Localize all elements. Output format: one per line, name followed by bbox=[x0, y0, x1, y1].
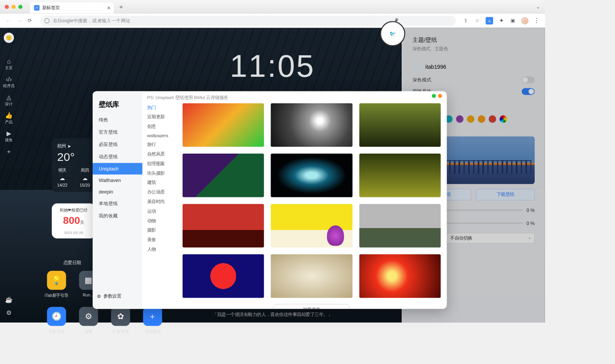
wallpaper-thumb[interactable] bbox=[271, 204, 352, 248]
wallpaper-thumb[interactable] bbox=[359, 204, 440, 248]
tag-recent[interactable]: 近期更新 bbox=[145, 113, 173, 121]
shortcut-add[interactable]: ＋添加图标 bbox=[141, 307, 164, 334]
rail-item-product[interactable]: 👍产品 bbox=[2, 110, 15, 126]
forward-icon[interactable]: → bbox=[16, 17, 23, 24]
mask-slider[interactable] bbox=[435, 210, 523, 211]
tab-overflow-icon[interactable]: ⌄ bbox=[536, 4, 540, 9]
browser-tab[interactable]: A 新标签页 ✕ bbox=[30, 2, 114, 13]
bookmark-icon[interactable]: ☆ bbox=[474, 17, 481, 24]
weather-city: 杭州 bbox=[57, 143, 66, 149]
tag-travel[interactable]: 旅行 bbox=[145, 141, 173, 149]
modal-dot-orange[interactable] bbox=[438, 94, 442, 98]
modal-title: 壁纸库 bbox=[93, 100, 142, 114]
cat-local[interactable]: 本地壁纸 bbox=[93, 198, 142, 210]
back-icon[interactable]: ← bbox=[5, 17, 12, 24]
cat-solid[interactable]: 纯色 bbox=[93, 114, 142, 126]
tag-office[interactable]: 办公场景 bbox=[145, 188, 173, 196]
dark-mode-toggle[interactable] bbox=[522, 76, 535, 83]
color-swatch[interactable] bbox=[467, 115, 474, 122]
wallpaper-thumb[interactable] bbox=[359, 154, 440, 197]
close-window-button[interactable] bbox=[5, 5, 9, 9]
shortcut-history[interactable]: 🕘历史记录 bbox=[45, 307, 68, 334]
wallpaper-thumb[interactable] bbox=[271, 103, 352, 147]
footer-quote: 「我是一个很没有毅力的人，喜欢你这件事我却爱了三年。」 bbox=[213, 312, 332, 318]
wallpaper-thumb[interactable] bbox=[359, 103, 440, 147]
lightbulb-icon: 💡 bbox=[47, 271, 66, 290]
rail-item-home[interactable]: ⌂主页 bbox=[2, 56, 15, 72]
wallpaper-thumb[interactable] bbox=[183, 103, 264, 147]
weather-widget[interactable]: 杭州➤ 20° 明天☁14/22 周四☁15/20 bbox=[52, 138, 95, 192]
wallpaper-thumb[interactable] bbox=[359, 255, 440, 298]
reload-icon[interactable]: ⟳ bbox=[27, 17, 33, 24]
profile-avatar[interactable] bbox=[521, 17, 529, 24]
wallpaper-grid[interactable]: 加载更多 bbox=[176, 91, 447, 309]
color-swatch[interactable] bbox=[489, 115, 496, 122]
close-panel-icon[interactable]: ✕ bbox=[390, 31, 397, 40]
load-more-button[interactable]: 加载更多 bbox=[273, 304, 351, 309]
follow-system-toggle[interactable] bbox=[522, 88, 535, 95]
tag-people[interactable]: 人物 bbox=[145, 245, 173, 253]
tab-favicon: A bbox=[34, 5, 40, 10]
love-label: 恋爱日期 bbox=[63, 260, 81, 266]
share-icon[interactable]: ⇪ bbox=[462, 17, 469, 24]
gear-icon[interactable]: ⚙ bbox=[6, 309, 12, 316]
wallpaper-thumb[interactable] bbox=[271, 154, 352, 197]
color-swatch[interactable] bbox=[478, 115, 485, 122]
shortcut-extensions[interactable]: ✿扩展管理 bbox=[109, 307, 132, 334]
thumb-icon: 👍 bbox=[5, 112, 12, 119]
wallpaper-thumb[interactable] bbox=[271, 255, 352, 298]
cat-official[interactable]: 官方壁纸 bbox=[93, 126, 142, 139]
rail-add[interactable]: ＋ bbox=[2, 146, 15, 157]
sidepanel-icon[interactable]: ▣ bbox=[509, 17, 516, 24]
puzzle-icon: ✿ bbox=[111, 307, 130, 326]
modal-settings-button[interactable]: ⚙参数设置 bbox=[93, 288, 142, 304]
cat-unsplash[interactable]: Unsplash bbox=[93, 163, 142, 174]
menu-icon[interactable]: ⋮ bbox=[533, 17, 540, 24]
tag-creative[interactable]: 创意 bbox=[145, 122, 173, 131]
tag-sport[interactable]: 运动 bbox=[145, 207, 173, 215]
new-tab-button[interactable]: ＋ bbox=[116, 2, 126, 12]
minimize-window-button[interactable] bbox=[12, 5, 16, 9]
tag-wallpapers[interactable]: wallpapers bbox=[145, 132, 173, 139]
download-wallpaper-button[interactable]: 下载壁纸 bbox=[476, 189, 535, 200]
tag-photo[interactable]: 摄影 bbox=[145, 226, 173, 234]
cat-dynamic[interactable]: 动态壁纸 bbox=[93, 151, 142, 163]
extensions-icon[interactable]: ✦ bbox=[498, 17, 505, 24]
modal-dot-green[interactable] bbox=[432, 94, 436, 98]
rail-item-relax[interactable]: ▶摸鱼 bbox=[2, 128, 15, 144]
tag-street[interactable]: 街头摄影 bbox=[145, 169, 173, 177]
tag-nature[interactable]: 自然风景 bbox=[145, 150, 173, 158]
clock: 11:05 bbox=[230, 48, 315, 84]
cloud-icon: ☁ bbox=[57, 175, 68, 181]
cat-bing[interactable]: 必应壁纸 bbox=[93, 139, 142, 151]
close-tab-icon[interactable]: ✕ bbox=[107, 5, 111, 10]
shortcut-settings[interactable]: ⚙设置 bbox=[77, 307, 100, 334]
tag-texture[interactable]: 纹理图案 bbox=[145, 160, 173, 168]
location-icon: ➤ bbox=[67, 143, 71, 148]
love-widget[interactable]: 和她❤相爱已经 800天 2021-02-28 bbox=[52, 204, 95, 238]
gear-icon: ⚙ bbox=[79, 307, 98, 326]
cat-deepin[interactable]: deepin bbox=[93, 186, 142, 198]
tag-fashion[interactable]: 美容时尚 bbox=[145, 198, 173, 206]
maximize-window-button[interactable] bbox=[18, 5, 23, 9]
tag-arch[interactable]: 建筑 bbox=[145, 179, 173, 187]
rail-item-design[interactable]: ◬设计 bbox=[2, 92, 15, 108]
wallpaper-thumb[interactable] bbox=[183, 154, 264, 197]
wallpaper-thumb[interactable] bbox=[183, 255, 264, 298]
tag-food[interactable]: 美食 bbox=[145, 236, 173, 244]
color-swatch[interactable] bbox=[456, 115, 463, 122]
tag-hot[interactable]: 热门 bbox=[145, 103, 173, 111]
shortcut-guide[interactable]: 💡iTab新手引导 bbox=[45, 271, 68, 298]
custom-color-icon[interactable] bbox=[500, 115, 507, 122]
coffee-icon[interactable]: ☕ bbox=[5, 296, 12, 303]
extension-itab-icon[interactable]: A bbox=[485, 17, 493, 24]
rail-item-dev[interactable]: ‹/›程序员 bbox=[2, 74, 15, 90]
wallpaper-thumb[interactable] bbox=[183, 204, 264, 248]
home-icon: ⌂ bbox=[5, 58, 12, 65]
user-avatar[interactable]: 🙂 bbox=[4, 33, 14, 43]
window-titlebar: A 新标签页 ✕ ＋ ⌄ bbox=[0, 0, 545, 13]
tag-animal[interactable]: 动物 bbox=[145, 217, 173, 225]
cat-wallhaven[interactable]: Wallhaven bbox=[93, 175, 142, 186]
auto-switch-select[interactable]: 不自动切换 bbox=[447, 233, 535, 243]
cat-fav[interactable]: 我的收藏 bbox=[93, 210, 142, 222]
